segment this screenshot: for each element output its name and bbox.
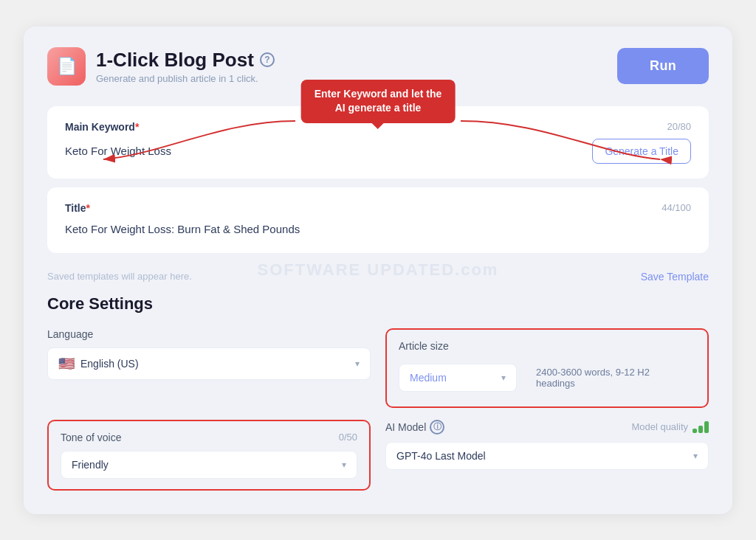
- ai-model-chevron-icon: ▾: [693, 451, 698, 461]
- main-keyword-label: Main Keyword*: [65, 121, 139, 133]
- ai-model-value: GPT-4o Last Model: [396, 450, 687, 462]
- model-quality-row: Model quality: [631, 421, 709, 433]
- main-keyword-input-row: Generate a Title: [65, 139, 691, 164]
- help-icon[interactable]: ?: [260, 52, 275, 67]
- save-template-button[interactable]: Save Template: [641, 271, 709, 283]
- run-button[interactable]: Run: [617, 48, 709, 84]
- core-settings-title: Core Settings: [47, 294, 709, 314]
- generate-title-button[interactable]: Generate a Title: [592, 139, 691, 164]
- ai-model-group: AI Model ⓘ Model quality GPT-4o Last Mod…: [385, 420, 709, 491]
- ai-model-label-row: AI Model ⓘ Model quality: [385, 420, 709, 435]
- tone-label-row: Tone of voice 0/50: [61, 432, 357, 443]
- language-value: English (US): [80, 358, 349, 370]
- article-size-inner: Medium ▾ 2400-3600 words, 9-12 H2 headin…: [399, 359, 695, 396]
- us-flag-icon: 🇺🇸: [58, 356, 75, 372]
- templates-bar: Saved templates will appear here. Save T…: [47, 262, 709, 294]
- app-icon: 📄: [47, 47, 86, 86]
- tone-value: Friendly: [72, 459, 336, 471]
- title-char-count: 44/100: [662, 202, 691, 213]
- tooltip-callout: Enter Keyword and let the AI generate a …: [301, 80, 456, 123]
- tone-of-voice-group: Tone of voice 0/50 Friendly ▾: [47, 420, 371, 491]
- main-keyword-input[interactable]: [65, 142, 583, 160]
- tone-label: Tone of voice: [61, 432, 122, 443]
- settings-top-row: Language 🇺🇸 English (US) ▾ Article size …: [47, 328, 709, 408]
- tone-char-count: 0/50: [339, 432, 357, 443]
- article-size-description: 2400-3600 words, 9-12 H2 headings: [526, 359, 695, 396]
- article-size-label: Article size: [399, 340, 449, 352]
- quality-bar-1: [693, 429, 697, 433]
- article-size-select[interactable]: Medium ▾: [399, 364, 517, 392]
- ai-model-select[interactable]: GPT-4o Last Model ▾: [385, 442, 709, 470]
- title-section: Title* 44/100: [47, 187, 709, 253]
- tone-select[interactable]: Friendly ▾: [61, 451, 357, 479]
- language-select[interactable]: 🇺🇸 English (US) ▾: [47, 347, 371, 380]
- quality-bar-2: [698, 426, 703, 433]
- ai-model-label: AI Model ⓘ: [385, 420, 444, 435]
- title-input[interactable]: [65, 220, 691, 238]
- quality-bar-3: [704, 421, 709, 433]
- app-subtitle: Generate and publish article in 1 click.: [96, 73, 275, 84]
- tooltip-line2: AI generate a title: [335, 102, 422, 114]
- title-label-row: Title* 44/100: [65, 202, 691, 214]
- main-keyword-char-count: 20/80: [667, 121, 691, 132]
- title-label: Title*: [65, 202, 90, 214]
- main-card: Enter Keyword and let the AI generate a …: [24, 27, 732, 514]
- language-group: Language 🇺🇸 English (US) ▾: [47, 328, 371, 408]
- language-label: Language: [47, 328, 93, 340]
- app-title: 1-Click Blog Post ?: [96, 49, 275, 72]
- settings-bottom-row: Tone of voice 0/50 Friendly ▾ AI Model ⓘ…: [47, 420, 709, 491]
- tone-chevron-icon: ▾: [342, 460, 346, 470]
- ai-model-help-icon[interactable]: ⓘ: [430, 420, 444, 435]
- tooltip-line1: Enter Keyword and let the: [315, 88, 442, 100]
- article-size-group: Article size Medium ▾ 2400-3600 words, 9…: [385, 328, 709, 408]
- header-left: 📄 1-Click Blog Post ? Generate and publi…: [47, 47, 275, 86]
- language-chevron-icon: ▾: [355, 359, 360, 369]
- language-label-row: Language: [47, 328, 371, 340]
- article-size-value: Medium: [410, 372, 495, 384]
- quality-bars: [693, 421, 709, 433]
- core-settings: Core Settings Language 🇺🇸 English (US) ▾…: [47, 294, 709, 491]
- app-title-group: 1-Click Blog Post ? Generate and publish…: [96, 49, 275, 84]
- article-size-label-row: Article size: [399, 340, 695, 352]
- article-size-chevron-icon: ▾: [501, 373, 506, 383]
- templates-placeholder: Saved templates will appear here.: [47, 271, 192, 282]
